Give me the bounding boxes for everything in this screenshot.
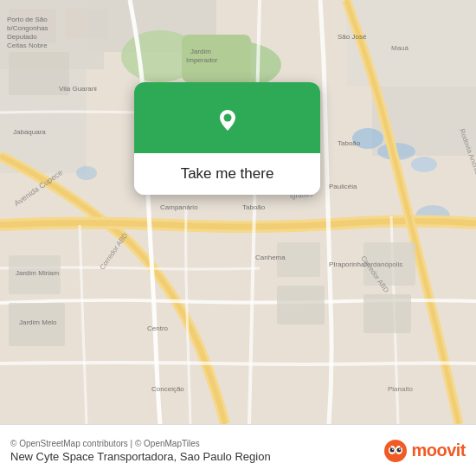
bottom-bar: © OpenStreetMap contributors | © OpenMap… bbox=[0, 424, 476, 476]
popup-card: Take me there bbox=[134, 82, 320, 195]
svg-text:Mauá: Mauá bbox=[391, 44, 409, 52]
map-background: Avenida Cupece Corredor ABD Corredor ABD… bbox=[0, 0, 476, 424]
svg-point-11 bbox=[411, 157, 437, 172]
svg-text:PIraporinha: PIraporinha bbox=[329, 261, 365, 268]
svg-rect-15 bbox=[65, 9, 108, 39]
svg-text:Conceição: Conceição bbox=[151, 385, 184, 393]
svg-point-13 bbox=[76, 166, 97, 180]
svg-text:Taboão: Taboão bbox=[338, 139, 361, 147]
svg-text:Jabaquara: Jabaquara bbox=[13, 128, 46, 136]
popup-top bbox=[134, 82, 320, 153]
svg-text:Paulicéia: Paulicéia bbox=[329, 183, 357, 190]
svg-rect-22 bbox=[363, 294, 411, 333]
svg-text:Jordanópolis: Jordanópolis bbox=[363, 261, 402, 268]
svg-text:Jardim: Jardim bbox=[190, 48, 211, 55]
svg-text:Jardim Melo: Jardim Melo bbox=[19, 318, 57, 326]
svg-text:Campanário: Campanário bbox=[160, 203, 198, 211]
place-name: New Cyte Space Transportadora, Sao Paulo… bbox=[10, 450, 271, 463]
svg-point-59 bbox=[399, 448, 401, 450]
svg-text:Jardim Miriam: Jardim Miriam bbox=[16, 269, 60, 277]
moovit-owl-icon bbox=[383, 439, 408, 463]
map-container: Avenida Cupece Corredor ABD Corredor ABD… bbox=[0, 0, 476, 424]
location-pin-icon bbox=[209, 101, 247, 139]
svg-point-53 bbox=[384, 440, 407, 462]
svg-text:Taboão: Taboão bbox=[242, 203, 266, 211]
svg-point-56 bbox=[390, 447, 395, 452]
svg-text:Vila Guarani: Vila Guarani bbox=[59, 85, 97, 93]
map-attribution: © OpenStreetMap contributors | © OpenMap… bbox=[10, 439, 271, 448]
svg-point-58 bbox=[392, 448, 394, 450]
moovit-brand-text: moovit bbox=[411, 441, 466, 460]
svg-text:Deputado: Deputado bbox=[7, 33, 37, 41]
svg-text:Ceitas Nobre: Ceitas Nobre bbox=[7, 42, 48, 49]
bottom-info: © OpenStreetMap contributors | © OpenMap… bbox=[10, 439, 271, 463]
svg-text:Imperador: Imperador bbox=[186, 56, 218, 64]
svg-text:Porto de São: Porto de São bbox=[7, 16, 48, 23]
svg-text:São José: São José bbox=[338, 33, 367, 41]
svg-text:Canhema: Canhema bbox=[255, 254, 286, 261]
moovit-logo: moovit bbox=[383, 439, 466, 463]
svg-point-52 bbox=[223, 114, 231, 122]
svg-text:Planalto: Planalto bbox=[388, 385, 413, 393]
svg-point-57 bbox=[397, 447, 402, 452]
svg-text:Centro: Centro bbox=[147, 325, 169, 332]
svg-text:b/Congonhas: b/Congonhas bbox=[7, 24, 48, 32]
svg-rect-20 bbox=[277, 286, 325, 325]
take-me-there-button[interactable]: Take me there bbox=[134, 153, 320, 195]
